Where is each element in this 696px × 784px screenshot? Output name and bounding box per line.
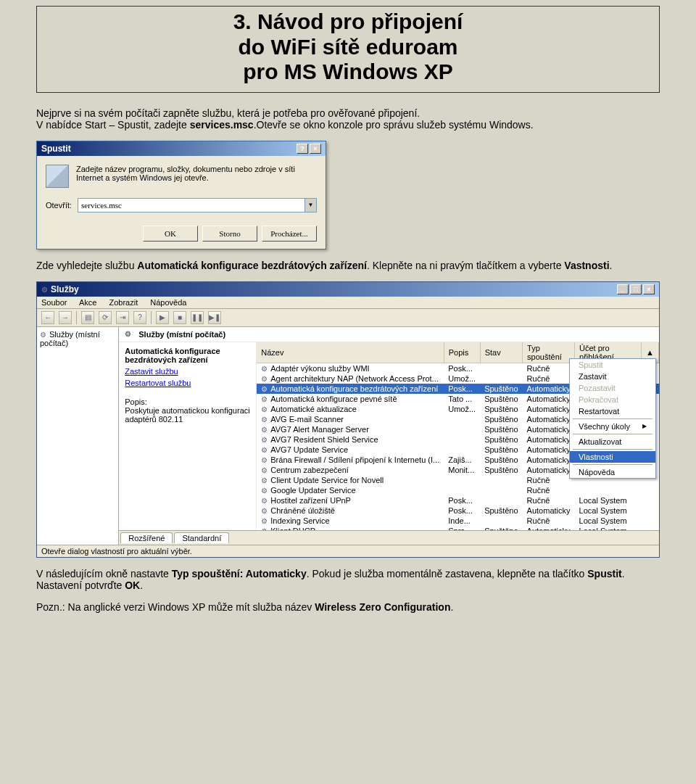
help-icon[interactable]: ? [133, 311, 146, 324]
cell: AVG7 Alert Manager Server [257, 424, 444, 434]
cell [480, 485, 522, 495]
table-row[interactable]: Chráněné úložištěPosk...SpuštěnoAutomati… [257, 506, 658, 516]
minimize-icon[interactable]: _ [617, 284, 629, 294]
cell: Posk... [444, 384, 480, 394]
cell: Spuštěno [480, 526, 522, 530]
separator [573, 434, 652, 434]
services-list[interactable]: Název Popis Stav Typ spouštění Účet pro … [257, 342, 659, 530]
maximize-icon[interactable]: □ [630, 284, 642, 294]
properties-icon[interactable]: ▤ [81, 311, 94, 324]
tree-item-local[interactable]: Služby (místní počítač) [40, 330, 100, 347]
text: Pozn.: Na anglické verzi Windows XP může… [36, 601, 315, 613]
ctx-start[interactable]: Spustit [570, 359, 655, 371]
ctx-help[interactable]: Nápověda [570, 466, 655, 478]
menu-item-action[interactable]: Akce [79, 298, 96, 307]
service-detail-panel: Automatická konfigurace bezdrátových zař… [119, 342, 257, 530]
help-icon[interactable]: ? [297, 144, 308, 154]
service-name-bold: Automatická konfigurace bezdrátových zař… [137, 260, 367, 271]
services-toolbar: ← → ▤ ⟳ ⇥ ? ▶ ■ ❚❚ ▶❚ [37, 309, 659, 327]
chevron-down-icon[interactable]: ▼ [304, 199, 316, 212]
table-row[interactable]: Google Updater ServiceRučně [257, 485, 658, 495]
text: . [450, 601, 453, 613]
menu-item-view[interactable]: Zobrazit [109, 298, 138, 307]
cell: Automaticky [523, 424, 575, 434]
cell: AVG7 Resident Shield Service [257, 434, 444, 445]
cell: Posk... [444, 363, 480, 374]
cell: Ručně [523, 485, 575, 495]
restart-icon[interactable]: ▶❚ [208, 311, 221, 324]
ctx-refresh[interactable]: Aktualizovat [570, 436, 655, 447]
pause-icon[interactable]: ❚❚ [191, 311, 204, 324]
services-titlebar: ⚙Služby _ □ × [37, 282, 659, 297]
cell: Local System [575, 526, 642, 530]
properties-bold: Vastnosti [564, 260, 609, 271]
ctx-pause[interactable]: Pozastavit [570, 382, 655, 394]
separator [76, 311, 77, 324]
cell: Spuštěno [480, 465, 522, 475]
col-startup[interactable]: Typ spouštění [523, 342, 575, 363]
forward-icon[interactable]: → [59, 311, 72, 324]
play-icon[interactable]: ▶ [156, 311, 169, 324]
text: Nejprve si na svém počítači zapněte služ… [36, 107, 420, 119]
cell: Monit... [444, 465, 480, 475]
cell: Automaticky [523, 506, 575, 516]
cell: Automaticky [523, 404, 575, 414]
ctx-stop[interactable]: Zastavit [570, 371, 655, 382]
cell: Chráněné úložiště [257, 506, 444, 516]
ctx-properties[interactable]: Vlastnosti [570, 451, 655, 463]
menu-item-file[interactable]: Soubor [41, 298, 67, 307]
cell: Zajiš... [444, 455, 480, 465]
col-name[interactable]: Název [257, 342, 444, 363]
close-icon[interactable]: × [643, 284, 655, 294]
ok-button[interactable]: OK [143, 226, 198, 242]
close-icon[interactable]: × [310, 144, 321, 154]
col-status[interactable]: Stav [480, 342, 522, 363]
ctx-restart[interactable]: Restartovat [570, 405, 655, 417]
restart-service-link[interactable]: Restartovat službu [125, 379, 250, 387]
browse-button[interactable]: Procházet... [262, 226, 317, 242]
cell [480, 475, 522, 485]
cell: Spuštěno [480, 455, 522, 465]
cell [444, 485, 480, 495]
cell: Ručně [523, 363, 575, 374]
col-desc[interactable]: Popis [444, 342, 480, 363]
wzc-bold: Wireless Zero Configuration [315, 601, 450, 613]
back-icon[interactable]: ← [41, 311, 54, 324]
cancel-button[interactable]: Storno [202, 226, 257, 242]
ctx-resume[interactable]: Pokračovat [570, 394, 655, 405]
panel-heading: Služby (místní počítač) [138, 330, 225, 339]
open-combobox[interactable]: ▼ [78, 198, 317, 212]
table-row[interactable]: Klient DHCPSpra...SpuštěnoAutomatickyLoc… [257, 526, 658, 530]
export-icon[interactable]: ⇥ [116, 311, 129, 324]
table-row[interactable]: Hostitel zařízení UPnPPosk...RučněLocal … [257, 495, 658, 506]
stop-icon[interactable]: ■ [173, 311, 186, 324]
cell: Brána Firewall / Sdílení připojení k Int… [257, 455, 444, 465]
separator [573, 418, 652, 419]
cell: Spuštěno [480, 384, 522, 394]
title-line-1: 3. Návod pro připojení [43, 9, 653, 35]
cell: Spuštěno [480, 404, 522, 414]
text: . [140, 579, 143, 591]
cell: Local System [575, 495, 642, 506]
cell: Automaticky [523, 394, 575, 404]
tab-extended[interactable]: Rozšířené [120, 532, 173, 543]
cell: Automatická konfigurace bezdrátových zař… [257, 384, 444, 394]
table-row[interactable]: Indexing ServiceInde...RučněLocal System [257, 516, 658, 526]
cell: Automatická konfigurace pevné sítě [257, 394, 444, 404]
description-label: Popis: [125, 397, 250, 406]
cell: Client Update Service for Novell [257, 475, 444, 485]
gear-icon: ⚙ [40, 331, 46, 339]
title-line-3: pro MS Windows XP [43, 59, 653, 85]
menu-item-help[interactable]: Nápověda [150, 298, 186, 307]
cell [444, 434, 480, 445]
stop-service-link[interactable]: Zastavit službu [125, 367, 250, 376]
tab-standard[interactable]: Standardní [174, 532, 229, 543]
ctx-all-tasks[interactable]: Všechny úkoly▶ [570, 421, 655, 432]
open-input[interactable] [78, 199, 304, 212]
cell: Spuštěno [480, 424, 522, 434]
services-tree[interactable]: ⚙Služby (místní počítač) [37, 327, 119, 545]
refresh-icon[interactable]: ⟳ [99, 311, 112, 324]
cell: Spuštěno [480, 414, 522, 424]
para-find-service: Zde vyhledejte službu Automatická konfig… [36, 260, 660, 271]
cell: Local System [575, 506, 642, 516]
